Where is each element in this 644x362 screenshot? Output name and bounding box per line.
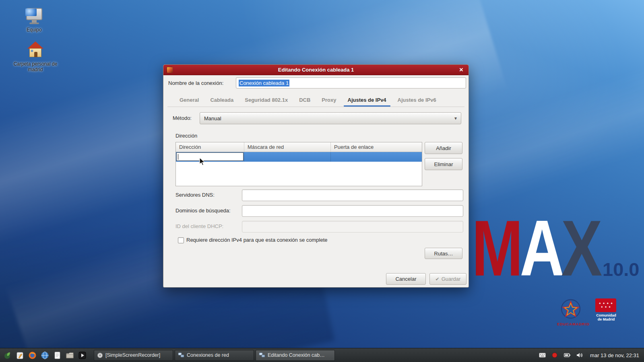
- routes-button[interactable]: Rutas…: [425, 248, 462, 259]
- tab-ajustes-ipv4[interactable]: Ajustes de IPv4: [342, 95, 392, 107]
- dialog-titlebar[interactable]: Editando Conexión cableada 1 ✕: [163, 65, 469, 75]
- close-icon[interactable]: ✕: [458, 66, 465, 74]
- desktop-icon-label: Carpeta personal de madrid: [13, 61, 58, 72]
- tab-proxy[interactable]: Proxy: [316, 95, 342, 107]
- max-letter-a: A: [520, 216, 561, 281]
- dns-input[interactable]: [242, 189, 463, 201]
- desktop-icon-home-folder[interactable]: Carpeta personal de madrid: [13, 41, 58, 72]
- computer-icon: [24, 7, 45, 26]
- screenrecorder-icon: [97, 352, 103, 358]
- remove-button[interactable]: Eliminar: [425, 158, 462, 170]
- max-letter-x: X: [561, 216, 599, 281]
- tab-bar: General Cableada Seguridad 802.1x DCB Pr…: [167, 93, 464, 107]
- chevron-down-icon: ▾: [454, 115, 457, 121]
- require-ipv4-checkbox[interactable]: [178, 237, 184, 243]
- media-player-launcher-icon[interactable]: [77, 350, 87, 360]
- connection-name-label: Nombre de la conexión:: [168, 80, 223, 87]
- text-editor-launcher-icon[interactable]: [52, 350, 62, 360]
- network-connections-icon: [259, 352, 265, 358]
- column-header-direccion[interactable]: Dirección: [176, 142, 244, 152]
- applications-menu-icon[interactable]: [2, 350, 12, 360]
- cancel-button[interactable]: Cancelar: [386, 273, 426, 285]
- text-caret: [178, 154, 178, 160]
- max-logo: M A X: [472, 216, 599, 281]
- column-header-mascara[interactable]: Máscara de red: [244, 142, 331, 152]
- network-connections-icon: [178, 352, 184, 358]
- save-button[interactable]: ✔ Guardar: [429, 273, 466, 285]
- check-icon: ✔: [436, 276, 440, 282]
- desktop: Equipo Carpeta personal de madrid M A X …: [0, 0, 644, 348]
- task-label: [SimpleScreenRecorder]: [105, 352, 160, 358]
- dns-label: Servidores DNS:: [175, 191, 215, 199]
- connection-name-input[interactable]: Conexión cableada 1: [236, 77, 466, 88]
- home-folder-icon: [25, 41, 46, 60]
- keyboard-indicator-icon[interactable]: [539, 352, 546, 359]
- add-button[interactable]: Añadir: [425, 142, 462, 154]
- max-version: 10.0: [603, 258, 639, 280]
- volume-icon[interactable]: [576, 352, 583, 359]
- record-indicator-icon[interactable]: [551, 352, 558, 359]
- comunidad-madrid-flag-icon: ✦✦✦✦ ✦✦✦: [595, 298, 616, 312]
- task-label: Conexiones de red: [187, 352, 229, 358]
- method-dropdown[interactable]: Manual ▾: [200, 112, 461, 124]
- address-table[interactable]: Dirección Máscara de red Puerta de enlac…: [175, 142, 422, 186]
- method-label: Método:: [173, 115, 192, 122]
- tab-separator: [167, 107, 464, 107]
- dhcp-client-id-input: [242, 221, 463, 232]
- dhcp-client-id-label: ID del cliente DHCP:: [175, 223, 223, 230]
- firefox-launcher-icon[interactable]: [27, 350, 37, 360]
- launcher-area: [2, 350, 87, 360]
- tab-cableada[interactable]: Cableada: [204, 95, 239, 107]
- network-connection-editor-dialog: Editando Conexión cableada 1 ✕ Nombre de…: [163, 64, 469, 288]
- task-list: [SimpleScreenRecorder] Conexiones de red…: [94, 350, 335, 361]
- address-edit-cell[interactable]: [176, 152, 244, 161]
- file-manager-launcher-icon[interactable]: [65, 350, 75, 360]
- comunidad-madrid-label: Comunidad de Madrid: [595, 313, 617, 321]
- comunidad-madrid-logo: ✦✦✦✦ ✦✦✦ Comunidad de Madrid: [595, 298, 617, 321]
- search-domains-input[interactable]: [242, 205, 463, 217]
- require-ipv4-checkbox-label: Requiere dirección IPv4 para que esta co…: [186, 237, 328, 244]
- direccion-section-label: Dirección: [175, 132, 197, 140]
- task-simplescreenrecorder[interactable]: [SimpleScreenRecorder]: [94, 350, 173, 361]
- tab-seguridad-8021x[interactable]: Seguridad 802.1x: [239, 95, 293, 107]
- save-button-label: Guardar: [442, 276, 461, 282]
- task-conexiones-de-red[interactable]: Conexiones de red: [175, 350, 254, 361]
- address-table-header: Dirección Máscara de red Puerta de enlac…: [176, 142, 422, 152]
- tab-ajustes-ipv6[interactable]: Ajustes de IPv6: [392, 95, 442, 107]
- column-header-puerta[interactable]: Puerta de enlace: [331, 142, 422, 152]
- tab-dcb[interactable]: DCB: [293, 95, 316, 107]
- educamadrid-label: EDUCAMADRID: [557, 322, 584, 326]
- notes-launcher-icon[interactable]: [15, 350, 25, 360]
- task-label: Editando Conexión cab…: [268, 352, 325, 358]
- connection-name-selected-text: Conexión cableada 1: [239, 80, 289, 86]
- power-indicator-icon[interactable]: [564, 352, 571, 359]
- system-tray: mar 13 de nov, 22:31: [539, 352, 642, 359]
- tab-general[interactable]: General: [174, 95, 204, 107]
- educamadrid-star-icon: [559, 298, 582, 319]
- task-editando-conexion[interactable]: Editando Conexión cab…: [256, 350, 335, 361]
- dialog-title: Editando Conexión cableada 1: [163, 67, 469, 73]
- method-value: Manual: [204, 115, 221, 121]
- browser-launcher-icon[interactable]: [40, 350, 50, 360]
- educamadrid-logo: EDUCAMADRID: [557, 298, 584, 326]
- desktop-icon-label: Equipo: [12, 27, 56, 33]
- max-letter-m: M: [472, 216, 520, 281]
- search-domains-label: Dominios de búsqueda:: [175, 207, 231, 214]
- address-row-selected[interactable]: [176, 152, 422, 162]
- clock[interactable]: mar 13 de nov, 22:31: [588, 352, 639, 358]
- desktop-icon-equipo[interactable]: Equipo: [12, 7, 56, 33]
- taskbar: [SimpleScreenRecorder] Conexiones de red…: [0, 348, 644, 362]
